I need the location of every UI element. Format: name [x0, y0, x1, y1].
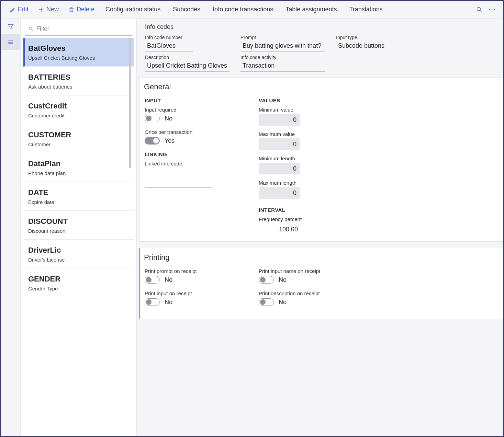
plus-icon: [38, 7, 44, 13]
list-item[interactable]: DISCOUNTDiscount reason: [23, 211, 134, 240]
input-max-length[interactable]: [259, 187, 300, 199]
input-min-value[interactable]: [259, 114, 300, 126]
toggle-print-desc[interactable]: [259, 298, 274, 306]
label-min-value: Minimum value: [259, 107, 369, 113]
label-frequency: Frequency percent: [259, 216, 369, 222]
printing-card: Printing Print prompt on receipt No Prin…: [139, 248, 503, 319]
general-card: General INPUT Input required No Once per…: [139, 77, 503, 242]
toggle-print-input[interactable]: [145, 298, 160, 306]
search-icon: [29, 26, 34, 32]
list-item[interactable]: CUSTOMERCustomer: [23, 124, 134, 153]
list-item-title: DataPlan: [28, 159, 129, 168]
header-linking: LINKING: [145, 151, 255, 157]
app-window: Edit New Delete Configuration status Sub…: [0, 0, 504, 437]
new-button[interactable]: New: [33, 3, 64, 16]
label-info-code-number: Info code number: [145, 35, 238, 40]
list-item[interactable]: BatGlovesUpsell Cricket Batting Gloves: [23, 38, 134, 67]
list-pane: BatGlovesUpsell Cricket Batting GlovesBA…: [21, 19, 137, 436]
label-max-length: Maximum length: [259, 180, 369, 186]
toggle-print-prompt-text: No: [165, 276, 172, 284]
list-item-subtitle: Ask about batteries: [28, 84, 129, 90]
search-button[interactable]: [473, 3, 485, 16]
list-item[interactable]: DriverLicDriver's License: [23, 240, 134, 268]
filter-input[interactable]: [36, 25, 128, 32]
list-item-subtitle: Phone data plan: [28, 170, 129, 176]
list-item-title: GENDER: [28, 275, 129, 284]
printing-header[interactable]: Printing: [140, 248, 503, 267]
toggle-print-input-text: No: [165, 299, 172, 306]
label-input-type: Input type: [336, 35, 495, 40]
label-linked-info-code: Linked info code: [145, 161, 255, 166]
nav-rail: [1, 19, 21, 436]
label-once-per-tx: Once per transaction: [145, 129, 255, 135]
toggle-input-required[interactable]: [145, 115, 160, 122]
header-values: VALUES: [259, 97, 369, 103]
delete-button[interactable]: Delete: [64, 3, 99, 16]
input-max-value[interactable]: [259, 138, 300, 150]
list-item[interactable]: GENDERGender Type: [23, 268, 134, 297]
list-item-subtitle: Customer credit: [28, 113, 129, 118]
menu-table-assignments[interactable]: Table assignments: [279, 3, 343, 16]
filter-box[interactable]: [25, 22, 132, 36]
list-item-title: DATE: [28, 188, 129, 197]
overflow-button[interactable]: ⋯: [485, 3, 499, 16]
toggle-once-per-tx[interactable]: [145, 137, 160, 145]
toggle-print-desc-text: No: [279, 299, 287, 306]
list-item[interactable]: CustCreditCustomer credit: [23, 95, 134, 124]
list: BatGlovesUpsell Cricket Batting GlovesBA…: [23, 38, 134, 297]
header-input: INPUT: [145, 97, 255, 103]
label-activity: Info code activity: [240, 55, 333, 60]
list-item-subtitle: Driver's License: [28, 257, 129, 263]
list-item-title: DISCOUNT: [28, 217, 129, 226]
input-min-length[interactable]: [259, 163, 300, 174]
list-item[interactable]: DATEExpire date: [23, 182, 134, 211]
label-print-input: Print input on receipt: [145, 290, 255, 296]
toggle-print-input-name[interactable]: [259, 276, 274, 284]
label-print-input-name: Print input name on receipt: [259, 268, 369, 274]
field-prompt[interactable]: Buy batting gloves with that?: [240, 41, 325, 52]
list-item-title: CUSTOMER: [28, 130, 129, 139]
detail-pane: Info codes Info code number BatGloves Pr…: [137, 19, 503, 436]
header-interval: INTERVAL: [259, 207, 369, 213]
list-item[interactable]: DataPlanPhone data plan: [23, 153, 134, 182]
label-print-desc: Print description on receipt: [259, 290, 369, 296]
label-input-required: Input required: [145, 107, 255, 113]
label-print-prompt: Print prompt on receipt: [145, 268, 255, 274]
list-item[interactable]: BATTERIESAsk about batteries: [23, 67, 134, 95]
label-prompt: Prompt: [240, 35, 333, 40]
field-description[interactable]: Upsell Cricket Batting Gloves: [145, 61, 229, 72]
toggle-print-prompt[interactable]: [145, 276, 160, 284]
menu-configuration-status[interactable]: Configuration status: [99, 3, 167, 16]
toggle-input-required-text: No: [165, 115, 172, 122]
summary-title: Info codes: [145, 23, 495, 31]
funnel-icon: [7, 23, 14, 30]
menu-subcodes[interactable]: Subcodes: [167, 3, 206, 16]
list-item-subtitle: Discount reason: [28, 228, 129, 234]
menu-info-code-transactions[interactable]: Info code transactions: [206, 3, 279, 16]
svg-point-0: [477, 7, 480, 11]
action-bar: Edit New Delete Configuration status Sub…: [1, 1, 503, 19]
rail-filter-button[interactable]: [1, 19, 21, 34]
list-item-title: DriverLic: [28, 246, 129, 255]
field-activity[interactable]: Transaction: [240, 61, 325, 72]
new-label: New: [46, 6, 59, 13]
input-linked-info-code[interactable]: [145, 177, 212, 188]
general-header[interactable]: General: [140, 78, 503, 96]
list-item-subtitle: Gender Type: [28, 286, 129, 291]
edit-button[interactable]: Edit: [5, 3, 33, 16]
toggle-print-input-name-text: No: [279, 276, 287, 284]
field-input-type[interactable]: Subcode buttons: [336, 41, 487, 51]
summary-section: Info codes Info code number BatGloves Pr…: [137, 19, 503, 75]
field-info-code-number[interactable]: BatGloves: [145, 41, 193, 52]
rail-list-button[interactable]: [1, 34, 21, 50]
scrollbar[interactable]: [129, 38, 131, 168]
input-frequency[interactable]: [259, 224, 300, 235]
delete-label: Delete: [77, 6, 94, 13]
list-item-title: BatGloves: [28, 44, 129, 53]
menu-translations[interactable]: Translations: [343, 3, 389, 16]
pencil-icon: [10, 7, 16, 13]
ellipsis-icon: ⋯: [488, 5, 496, 14]
edit-label: Edit: [18, 6, 29, 13]
list-item-subtitle: Upsell Cricket Batting Gloves: [28, 55, 129, 61]
trash-icon: [68, 7, 75, 13]
